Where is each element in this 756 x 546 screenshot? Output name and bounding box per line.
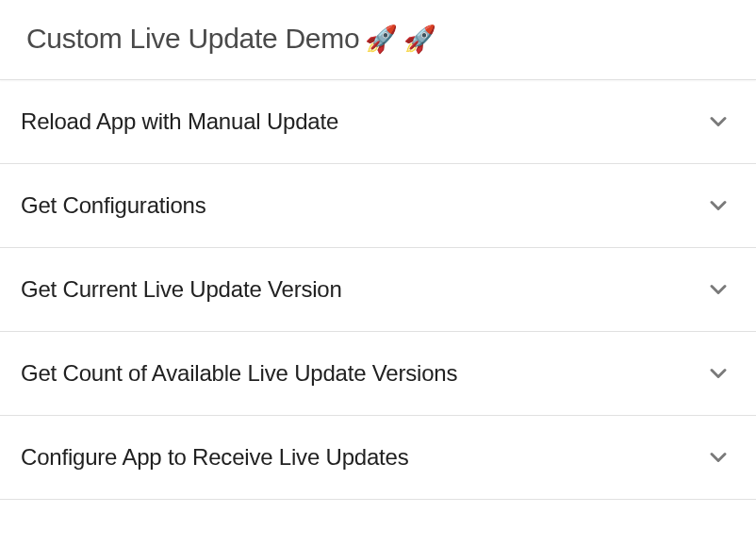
page-title-text: Custom Live Update Demo [26, 23, 359, 55]
accordion-item-label: Get Count of Available Live Update Versi… [21, 360, 457, 387]
accordion-item-label: Get Current Live Update Version [21, 276, 342, 303]
accordion-item-get-count-versions[interactable]: Get Count of Available Live Update Versi… [0, 332, 756, 416]
chevron-down-icon [705, 360, 731, 387]
accordion-item-label: Configure App to Receive Live Updates [21, 444, 409, 471]
accordion-item-get-current-version[interactable]: Get Current Live Update Version [0, 248, 756, 332]
page-header: Custom Live Update Demo 🚀 🚀 [0, 0, 756, 80]
chevron-down-icon [705, 276, 731, 303]
accordion-item-label: Get Configurations [21, 192, 206, 219]
accordion-item-label: Reload App with Manual Update [21, 108, 338, 135]
accordion-list: Reload App with Manual Update Get Config… [0, 80, 756, 500]
page-title: Custom Live Update Demo 🚀 🚀 [26, 23, 730, 55]
chevron-down-icon [705, 108, 731, 135]
chevron-down-icon [705, 444, 731, 471]
chevron-down-icon [705, 192, 731, 219]
accordion-item-get-configurations[interactable]: Get Configurations [0, 164, 756, 248]
rocket-icon: 🚀 [403, 24, 436, 55]
accordion-item-configure-app[interactable]: Configure App to Receive Live Updates [0, 416, 756, 500]
accordion-item-reload-app[interactable]: Reload App with Manual Update [0, 80, 756, 164]
rocket-icon: 🚀 [365, 24, 398, 55]
